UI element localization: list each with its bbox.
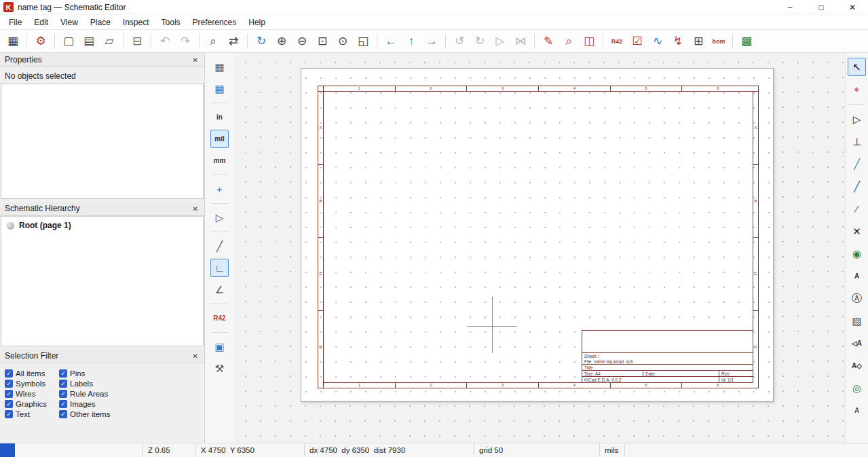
cursor-shape-toggle[interactable]: + [210,180,229,198]
checkbox-checked-icon[interactable] [59,390,67,398]
save-button[interactable]: ▦ [3,32,22,51]
line-mode-free-button[interactable]: ╱ [210,237,229,255]
close-icon[interactable]: ✕ [191,56,200,64]
checkbox-checked-icon[interactable] [5,369,13,378]
close-icon[interactable]: ✕ [191,352,200,360]
footprint-assign-button[interactable]: ◫ [580,32,599,51]
checkbox-checked-icon[interactable] [5,390,13,398]
erc-button[interactable]: ☑ [628,32,647,51]
units-mm-toggle[interactable]: mm [210,151,229,170]
checkbox-checked-icon[interactable] [5,400,13,408]
menu-inspect[interactable]: Inspect [117,16,155,29]
filter-labels[interactable]: Labels [59,380,202,388]
plot-button[interactable]: ▱ [100,32,119,51]
checkbox-checked-icon[interactable] [59,400,67,408]
bus-tool[interactable]: ╱ [848,177,866,196]
no-connect-tool[interactable]: ✕ [848,222,866,240]
filter-graphics[interactable]: Graphics [5,400,59,408]
mirror-v-button[interactable]: ⋈ [511,32,530,51]
symbol-browser-button[interactable]: ⌕ [559,32,578,51]
filter-text[interactable]: Text [5,410,59,418]
line-mode-45-button[interactable]: ∠ [210,280,229,299]
filter-wires[interactable]: Wires [5,390,59,398]
simulator-button[interactable]: ∿ [648,32,667,51]
net-label-tool[interactable]: A [848,267,866,285]
filter-all-items[interactable]: All items [5,369,59,378]
filter-label: Graphics [16,400,47,408]
hierarchy-navigator-toggle[interactable]: ▣ [210,337,229,356]
checkbox-checked-icon[interactable] [5,380,13,388]
bus-entry-tool[interactable]: ∕ [848,200,866,218]
bom-button[interactable]: bom [709,32,728,51]
window-title: name tag — Schematic Editor [18,3,126,12]
menu-help[interactable]: Help [242,16,271,29]
place-symbol-tool[interactable]: ▷ [848,110,866,128]
undo-button[interactable]: ↶ [155,32,174,51]
zoom-out-button[interactable]: ⊖ [293,32,312,51]
hidden-pins-toggle[interactable]: ▷ [210,208,229,227]
grid-overrides-toggle[interactable]: ▦ [210,79,229,98]
refresh-button[interactable]: ↻ [252,32,271,51]
redo-button[interactable]: ↷ [176,32,195,51]
menu-tools[interactable]: Tools [155,16,187,29]
checkbox-checked-icon[interactable] [59,369,67,378]
menu-view[interactable]: View [54,16,84,29]
wire-tool[interactable]: ╱ [848,155,866,173]
junction-tool[interactable]: ◉ [848,244,866,263]
text-box-tool[interactable]: A [848,401,866,420]
units-mils-toggle[interactable]: mil [210,130,229,148]
select-tool[interactable]: ↖ [848,58,866,76]
highlight-net-tool[interactable]: ⌖ [848,80,866,98]
zoom-fit-button[interactable]: ⊡ [313,32,332,51]
filter-rule-areas[interactable]: Rule Areas [59,390,202,398]
schematic-canvas[interactable]: 123456 123456 ABCD ABCD Sheet: / File: n… [234,53,845,443]
menu-place[interactable]: Place [84,16,117,29]
hierarchical-label-tool[interactable]: A◇ [848,357,866,375]
schematic-setup-button[interactable]: ⚙ [31,32,50,51]
global-label-tool[interactable]: ◁A [848,334,866,352]
zoom-objects-button[interactable]: ⊙ [333,32,352,51]
print-button[interactable]: ▤ [79,32,98,51]
place-power-tool[interactable]: ⊥ [848,132,866,151]
filter-other-items[interactable]: Other items [59,410,202,418]
rotate-ccw-button[interactable]: ↺ [450,32,469,51]
maximize-button[interactable]: □ [806,0,837,15]
hierarchical-sheet-tool[interactable]: ◎ [848,379,866,397]
grid-visibility-toggle[interactable]: ▦ [210,58,229,76]
rotate-cw-button[interactable]: ↻ [470,32,489,51]
rule-area-tool[interactable]: ▨ [848,312,866,330]
minimize-button[interactable]: – [774,0,806,15]
mirror-h-button[interactable]: ▷ [491,32,510,51]
zoom-selection-button[interactable]: ◱ [354,32,373,51]
find-button[interactable]: ⌕ [204,32,223,51]
sim-probe-button[interactable]: ↯ [668,32,687,51]
hierarchy-root-item[interactable]: Root (page 1) [1,217,203,234]
nav-back-button[interactable]: ← [381,32,400,51]
properties-panel-toggle[interactable]: ⚒ [210,359,229,378]
zoom-in-button[interactable]: ⊕ [272,32,291,51]
fields-table-button[interactable]: ⊞ [689,32,708,51]
close-button[interactable]: ✕ [837,0,868,15]
filter-symbols[interactable]: Symbols [5,380,59,388]
units-inches-toggle[interactable]: in [210,108,229,126]
symbol-editor-button[interactable]: ✎ [539,32,558,51]
menu-preferences[interactable]: Preferences [187,16,243,29]
find-replace-button[interactable]: ⇄ [224,32,243,51]
annotate-button[interactable]: R42 [607,32,626,51]
nav-forward-button[interactable]: → [422,32,441,51]
line-mode-90-button[interactable]: ∟ [210,259,229,277]
netclass-directive-tool[interactable]: Ⓐ [848,289,866,308]
annotate-auto-toggle[interactable]: R42 [210,309,229,327]
paste-button[interactable]: ⊟ [128,32,147,51]
menu-file[interactable]: File [3,16,28,29]
nav-up-button[interactable]: ↑ [402,32,421,51]
close-icon[interactable]: ✕ [191,205,200,213]
page-settings-button[interactable]: ▢ [59,32,78,51]
checkbox-checked-icon[interactable] [59,380,67,388]
filter-images[interactable]: Images [59,400,202,408]
checkbox-checked-icon[interactable] [59,410,67,418]
menu-edit[interactable]: Edit [28,16,54,29]
filter-pins[interactable]: Pins [59,369,202,378]
pcb-editor-button[interactable]: ▩ [737,32,756,51]
checkbox-checked-icon[interactable] [5,410,13,418]
